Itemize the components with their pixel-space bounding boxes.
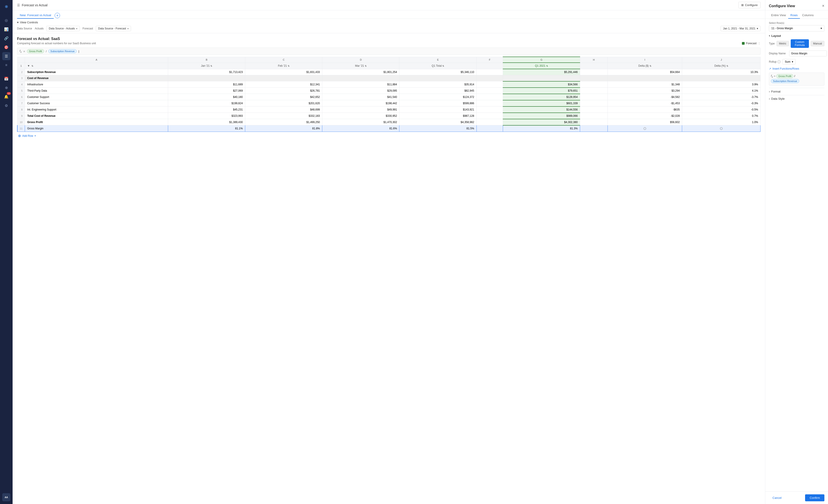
row-5-i[interactable]: $3,294: [608, 88, 682, 94]
row-6-d[interactable]: $41,540: [322, 94, 400, 100]
row-label-5[interactable]: Third-Party Data: [25, 88, 168, 94]
row-10-d[interactable]: $1,470,302: [322, 119, 400, 125]
row-9-j[interactable]: 0.7%: [682, 113, 760, 119]
row-label-11[interactable]: Gross Margin: [25, 125, 168, 132]
active-tab[interactable]: New: Forecast vs Actual: [17, 12, 54, 19]
settings-icon[interactable]: ⚙: [2, 101, 10, 109]
row-10-j[interactable]: 1.0%: [682, 119, 760, 125]
row-6-c[interactable]: $42,652: [245, 94, 322, 100]
list-icon[interactable]: ☰: [2, 52, 10, 60]
row-7-e[interactable]: $599,886: [400, 100, 477, 106]
row-4-e[interactable]: $35,914: [400, 81, 477, 88]
col-subheader-i[interactable]: Delta ($) ⇅: [608, 63, 682, 69]
row-10-g[interactable]: $4,302,380: [503, 119, 580, 125]
rollup-select[interactable]: Sum ▾: [782, 59, 796, 64]
row-9-c[interactable]: $332,183: [245, 113, 322, 119]
row-11-i[interactable]: ⬡: [608, 125, 682, 132]
type-manual-button[interactable]: Manual: [811, 41, 824, 46]
data-style-section-header[interactable]: › Data Style: [769, 95, 824, 102]
col-subheader-g[interactable]: Q1 2021 ⇅: [503, 63, 580, 69]
add-row-dropdown-icon[interactable]: ▾: [35, 135, 36, 137]
cancel-button[interactable]: Cancel: [769, 494, 785, 501]
row-2-i[interactable]: $54,664: [608, 69, 682, 75]
row-11-b[interactable]: 81.1%: [168, 125, 245, 132]
analytics-icon[interactable]: ◎: [2, 16, 10, 24]
mini-chip-subscription-revenue[interactable]: Subscription Revenue: [771, 79, 799, 83]
row-7-b[interactable]: $199,824: [168, 100, 245, 106]
insert-functions-header[interactable]: ↗ Insert Functions/Rows: [769, 67, 824, 70]
row-10-c[interactable]: $1,499,250: [245, 119, 322, 125]
row-6-b[interactable]: $40,180: [168, 94, 245, 100]
row-5-g[interactable]: $79,651: [503, 88, 580, 94]
status-icon[interactable]: ⊕: [2, 84, 10, 92]
row-4-b[interactable]: $11,689: [168, 81, 245, 88]
row-label-7[interactable]: Customer Success: [25, 100, 168, 106]
row-6-i[interactable]: -$4,582: [608, 94, 682, 100]
col-subheader-e[interactable]: Q1 Total ⇅: [400, 63, 477, 69]
col-subheader-a[interactable]: ▼ ⇅: [25, 63, 168, 69]
row-6-j[interactable]: -3.7%: [682, 94, 760, 100]
row-4-g[interactable]: $34,566: [503, 81, 580, 88]
add-row-button[interactable]: ⊕ Add Row ▾: [17, 132, 760, 140]
row-11-d[interactable]: 81.6%: [322, 125, 400, 132]
row-2-b[interactable]: $1,713,423: [168, 69, 245, 75]
row-7-j[interactable]: -0.3%: [682, 100, 760, 106]
graph-icon[interactable]: 🔗: [2, 34, 10, 42]
tab-columns[interactable]: Columns: [800, 12, 816, 19]
col-subheader-c[interactable]: Feb '21 ⇅: [245, 63, 322, 69]
expand-icon-j[interactable]: ⬡: [720, 127, 722, 130]
row-11-e[interactable]: 81.5%: [400, 125, 477, 132]
logo-icon[interactable]: ❋: [2, 3, 10, 11]
type-custom-formula-button[interactable]: Custom Formula: [791, 39, 809, 48]
col-subheader-j[interactable]: Delta (%) ⇅: [682, 63, 760, 69]
expand-icon-i[interactable]: ⬡: [644, 127, 646, 130]
row-11-j[interactable]: ⬡: [682, 125, 760, 132]
select-rows-dropdown[interactable]: 11 - Gross Margin ▾: [769, 25, 824, 32]
row-7-c[interactable]: $201,620: [245, 100, 322, 106]
row-8-j[interactable]: -0.5%: [682, 106, 760, 113]
row-5-e[interactable]: $82,945: [400, 88, 477, 94]
forecast-select[interactable]: Data Source - Forecast ▾: [96, 26, 131, 31]
row-2-j[interactable]: 10.3%: [682, 69, 760, 75]
row-9-e[interactable]: $987,128: [400, 113, 477, 119]
format-section-header[interactable]: › Format: [769, 88, 824, 95]
type-metric-button[interactable]: Metric: [777, 41, 789, 46]
row-4-c[interactable]: $12,341: [245, 81, 322, 88]
row-6-e[interactable]: $124,372: [400, 94, 477, 100]
lines-icon[interactable]: ≡: [2, 61, 10, 69]
row-4-j[interactable]: 3.9%: [682, 81, 760, 88]
add-tab-button[interactable]: +: [55, 13, 60, 18]
row-7-g[interactable]: $601,339: [503, 100, 580, 106]
tab-entire-view[interactable]: Entire View: [769, 12, 788, 19]
rollup-info-icon[interactable]: i: [778, 60, 781, 63]
row-8-g[interactable]: $144,556: [503, 106, 580, 113]
row-5-c[interactable]: $26,781: [245, 88, 322, 94]
row-2-d[interactable]: $1,801,254: [322, 69, 400, 75]
display-name-input[interactable]: [789, 51, 827, 56]
row-label-6[interactable]: Customer Support: [25, 94, 168, 100]
layout-section-header[interactable]: ▾ Layout: [769, 34, 824, 38]
confirm-button[interactable]: Confirm: [805, 494, 824, 501]
row-10-b[interactable]: $1,389,430: [168, 119, 245, 125]
user-icon[interactable]: AA: [2, 493, 10, 501]
date-range-picker[interactable]: Jan 1, 2021 - Mar 31, 2021 ▾: [720, 26, 760, 31]
configure-button[interactable]: ⊞ Configure: [738, 2, 760, 8]
row-8-i[interactable]: -$635: [608, 106, 682, 113]
more-options-icon[interactable]: ⋮: [758, 42, 760, 45]
row-2-c[interactable]: $1,831,433: [245, 69, 322, 75]
row-9-d[interactable]: $330,952: [322, 113, 400, 119]
row-8-e[interactable]: $143,921: [400, 106, 477, 113]
row-8-b[interactable]: $45,231: [168, 106, 245, 113]
row-label-4[interactable]: Infrastructure: [25, 81, 168, 88]
row-7-d[interactable]: $198,442: [322, 100, 400, 106]
target-icon[interactable]: 🎯: [2, 43, 10, 51]
formula-chip-gross-profit[interactable]: Gross Profit: [27, 49, 44, 53]
col-subheader-d[interactable]: Mar '21 ⇅: [322, 63, 400, 69]
row-4-d[interactable]: $11,884: [322, 81, 400, 88]
row-9-b[interactable]: $323,993: [168, 113, 245, 119]
calendar-icon[interactable]: 📅: [2, 75, 10, 83]
formula-chip-subscription-revenue[interactable]: Subscription Revenue: [48, 49, 77, 53]
mini-chip-gross-profit[interactable]: Gross Profit: [776, 74, 793, 78]
row-6-g[interactable]: $128,954: [503, 94, 580, 100]
table-row-gross-margin[interactable]: 11 Gross Margin 81.1% 81.8% 81.6% 81.5% …: [17, 125, 760, 132]
